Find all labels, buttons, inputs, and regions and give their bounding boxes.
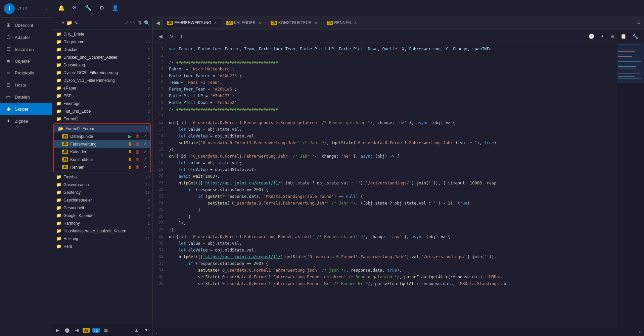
folder-herd[interactable]: 📁 Herd [52, 242, 152, 250]
delete-button[interactable]: 🗑 [134, 165, 140, 170]
play-all-button[interactable]: ▶ [55, 327, 61, 333]
add-folder-button[interactable]: 📁 [66, 20, 72, 25]
folder-dyson-dc20[interactable]: 📁 Dyson_DC20_Filtererinnerung 2 [52, 69, 152, 76]
export-button[interactable]: ↗ [142, 149, 148, 154]
wrench-icon[interactable]: 🔧 [84, 5, 92, 11]
folder-heizung[interactable]: 📁 Heizung 21 [52, 235, 152, 242]
sidebar-item-dateien[interactable]: ▭ Dateien [0, 91, 52, 103]
code-content[interactable]: var Fahrer, Farbe_fuer_Fahrer, Team, Far… [166, 43, 617, 328]
folder-name: Geofency [63, 190, 144, 195]
js-filter-button[interactable]: JS [83, 328, 90, 333]
delete-button[interactable]: 🗑 [134, 134, 140, 139]
folder-gasverbrauch[interactable]: 📁 Gasverbrauch 14 [52, 181, 152, 188]
folder-epaper[interactable]: 📁 ePaper 2 [52, 84, 152, 92]
folder-haushalt[interactable]: 📁 Haushaltsgeraete_Laufzeit_Kosten 7 [52, 227, 152, 235]
tab-kalender[interactable]: JS KALENDER ✕ [222, 18, 266, 27]
sidebar-item-zigbee[interactable]: ✦ Zigbee [0, 115, 52, 127]
navigate-back-button[interactable]: ◀ [157, 33, 165, 40]
tab-close-button[interactable]: ✕ [314, 21, 317, 25]
folder-google-kalender[interactable]: 📁 Google_Kalender 9 [52, 212, 152, 219]
sidebar-collapse-button[interactable]: ‹ [46, 6, 48, 11]
clipboard-button[interactable]: 📋 [618, 33, 628, 40]
sidebar-item-skripte[interactable]: ◉ Skripte [0, 103, 52, 115]
script-konstrukteur[interactable]: JS Konstrukteur ⏸ 🗑 ↗ [54, 156, 150, 163]
history-button[interactable]: 🕐 [587, 33, 596, 40]
pause-button[interactable]: ⏸ [127, 157, 133, 162]
delete-button[interactable]: 🗑 [134, 142, 140, 147]
expand-button[interactable]: ⬍ [638, 330, 641, 334]
tab-label: FAHRERWERTUNG [174, 20, 211, 25]
pause-button[interactable]: ⏸ [127, 165, 133, 170]
tab-close-button[interactable]: ✕ [354, 21, 357, 25]
sidebar-item-adapter[interactable]: ⬡ Adapter [0, 31, 52, 43]
add-script-button[interactable]: + [61, 20, 64, 26]
export-button[interactable]: ↗ [142, 157, 148, 162]
delete-button[interactable]: 🗑 [134, 157, 140, 162]
tab-close-button[interactable]: ✕ [258, 21, 261, 25]
split-button[interactable]: ⊞ [608, 33, 616, 40]
folder-esps[interactable]: 📁 ESPs 2 [52, 92, 152, 100]
script-rennen[interactable]: JS Rennen ⏸ 🗑 ↗ [54, 163, 150, 171]
ts-filter-button[interactable]: TS [92, 328, 100, 333]
folder-drucker-scanner[interactable]: 📁 Drucker_und_Scanner_Atelier 2 [52, 53, 152, 61]
edit-button[interactable]: ✎ [74, 20, 78, 25]
more-menu-button[interactable]: ⋮ [55, 20, 59, 25]
tab-nav-left[interactable]: ◀ [154, 19, 162, 27]
editor-right-actions: 🕐 ✦ ⊞ 📋 🔧 [587, 33, 640, 40]
folder-dyson-v11[interactable]: 📁 Dyson_V11_Filtererinnerung 2 [52, 76, 152, 84]
folder-flut[interactable]: 📁 Flut_und_Ebbe 2 [52, 107, 152, 115]
play-button[interactable]: ▶ [127, 134, 133, 139]
tab-rennen[interactable]: JS RENNEN ✕ [322, 18, 361, 27]
folder-feiertage[interactable]: 📁 Feiertage 2 [52, 100, 152, 107]
grid-view-button[interactable]: ▦ [102, 327, 109, 333]
folder-harmony[interactable]: 📁 Harmony 1 [52, 219, 152, 227]
collapse-down-button[interactable]: ▼ [143, 327, 150, 333]
delete-button[interactable]: 🗑 [134, 149, 140, 154]
search-replace-button[interactable]: 🔧 [630, 33, 640, 40]
script-fahrerwertung[interactable]: JS Fahrerwertung ⏸ 🗑 ↗ [54, 140, 150, 148]
folder-fussball[interactable]: 📁 Fussball 10 [52, 173, 152, 181]
refresh-button[interactable]: ↻ [167, 33, 175, 40]
export-button[interactable]: ↗ [142, 165, 148, 170]
tab-close-button[interactable]: ✕ [214, 21, 217, 25]
folder-name: Dyson_V11_Filtererinnerung [63, 78, 146, 83]
scroll-down-button[interactable]: ↓ [155, 330, 157, 334]
tab-konstrukteur[interactable]: JS KONSTRUKTEUR ✕ [266, 18, 322, 27]
folder-geschirrspueler[interactable]: 📁 Geschirrspueler 9 [52, 196, 152, 204]
sidebar-item-instanzen[interactable]: ☰ Instanzen [0, 43, 52, 55]
ai-button[interactable]: ✦ [598, 33, 606, 40]
folder-dhl-briefe[interactable]: 📁 DHL_Briefe [52, 30, 152, 38]
folder-drucker[interactable]: 📁 Drucker 2 [52, 46, 152, 53]
folder-dunstabzug[interactable]: 📁 Dunstabzug 5 [52, 61, 152, 69]
back-button[interactable]: ◀ [74, 327, 80, 333]
eye-icon[interactable]: 👁 [71, 5, 79, 11]
sidebar-item-hosts[interactable]: ⊟ Hosts [0, 79, 52, 91]
collapse-up-button[interactable]: ▲ [133, 327, 140, 333]
pause-script-button[interactable]: ⏸ [178, 33, 187, 40]
sort-button[interactable]: ⇅ [138, 20, 142, 25]
export-button[interactable]: ↗ [142, 142, 148, 147]
folder-geofency[interactable]: 📁 Geofency 15 [52, 188, 152, 196]
sidebar-item-objekte[interactable]: ≡ Objekte [0, 55, 52, 67]
folder-formel1-forum[interactable]: 📂 Formel1_Forum 5 [54, 125, 150, 132]
folder-diagramme[interactable]: 📁 Diagramme 73 [52, 38, 152, 46]
notification-icon[interactable]: 🔔 [57, 5, 65, 11]
code-editor: 12345 678910 1112131415 1617181920 21222… [153, 43, 644, 328]
sidebar-item-uebersicht[interactable]: ⊞ Übersicht [0, 19, 52, 31]
search-button[interactable]: 🔍 [144, 20, 150, 25]
sidebar-item-protokolle[interactable]: ≡ Protokolle [0, 67, 52, 79]
script-kalender[interactable]: JS Kalender ⏸ 🗑 ↗ [54, 148, 150, 156]
sidebar-item-label: Dateien [15, 95, 46, 100]
pause-button[interactable]: ⏸ [127, 142, 133, 147]
folder-icon: 📁 [56, 236, 61, 241]
stop-all-button[interactable]: ⬤ [63, 327, 71, 333]
script-datenpunkte[interactable]: JS Datenpunkte ▶ 🗑 ↗ [54, 132, 150, 140]
tabs-menu-button[interactable]: ≡ [635, 19, 643, 27]
folder-formel1[interactable]: 📁 Formel1 6 [52, 115, 152, 123]
settings-icon[interactable]: ⚙ [98, 5, 106, 11]
user-icon[interactable]: 👤 [111, 5, 119, 11]
pause-button[interactable]: ⏸ [127, 149, 133, 154]
folder-gesundheit[interactable]: 📁 Gesundheit 4 [52, 204, 152, 212]
tab-fahrerwertung[interactable]: JS FAHRERWERTUNG ✕ [163, 18, 221, 27]
export-button[interactable]: ↗ [142, 134, 148, 139]
